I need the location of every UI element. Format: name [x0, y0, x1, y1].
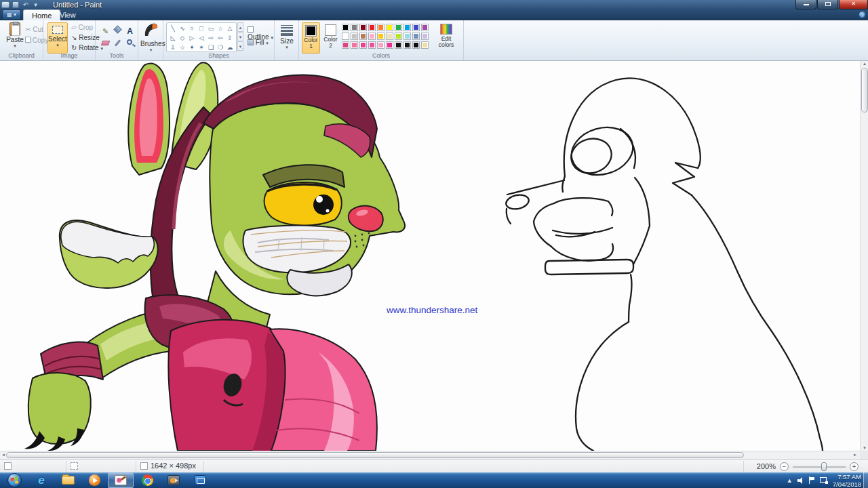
paint-app-icon[interactable]	[1, 1, 9, 8]
start-button[interactable]	[1, 472, 27, 488]
palette-swatch[interactable]	[359, 41, 368, 49]
shape-tool-icon[interactable]: ▷	[187, 33, 197, 43]
taskbar-video-editor[interactable]	[161, 472, 186, 488]
taskbar-paint-active[interactable]	[108, 472, 134, 488]
horizontal-scrollbar[interactable]: ◄ ►	[0, 451, 860, 459]
shape-tool-icon[interactable]: □	[197, 24, 206, 33]
shape-tool-icon[interactable]: ☁	[225, 43, 235, 52]
palette-swatch[interactable]	[341, 23, 350, 32]
palette-swatch[interactable]	[403, 32, 412, 41]
action-center-icon[interactable]	[809, 476, 815, 484]
shape-tool-icon[interactable]: ⇧	[225, 33, 235, 43]
select-button[interactable]: Select ▾	[47, 22, 68, 54]
shape-tool-icon[interactable]: ⌂	[216, 24, 225, 33]
palette-swatch[interactable]	[368, 32, 376, 41]
size-button[interactable]: Size ▾	[277, 24, 296, 56]
shape-tool-icon[interactable]: ❑	[206, 43, 216, 52]
save-icon[interactable]	[12, 1, 19, 8]
palette-swatch[interactable]	[376, 32, 385, 41]
shape-tool-icon[interactable]: ⇨	[206, 33, 216, 43]
palette-swatch[interactable]	[420, 23, 429, 32]
palette-swatch[interactable]	[403, 41, 412, 49]
zoom-slider-thumb[interactable]	[821, 462, 827, 471]
palette-swatch[interactable]	[394, 41, 403, 49]
palette-swatch[interactable]	[368, 23, 376, 32]
horizontal-scroll-thumb[interactable]	[6, 452, 744, 458]
shape-tool-icon[interactable]: ▭	[206, 24, 216, 33]
tray-clock[interactable]: 7:57 AM 7/04/2018	[833, 473, 861, 488]
tray-expand-icon[interactable]: ▲	[787, 477, 793, 484]
brushes-button[interactable]: Brushes ▾	[140, 22, 161, 58]
palette-swatch[interactable]	[420, 32, 429, 41]
shape-tool-icon[interactable]: ◁	[197, 33, 206, 43]
color2-button[interactable]: Color 2	[321, 22, 340, 54]
shape-tool-icon[interactable]: ✦	[187, 43, 197, 52]
scroll-right-icon[interactable]: ►	[853, 453, 857, 457]
shape-tool-icon[interactable]: ◇	[178, 33, 187, 43]
palette-swatch[interactable]	[412, 41, 420, 49]
scroll-up-icon[interactable]: ▲	[861, 62, 868, 66]
color1-button[interactable]: Color 1	[302, 22, 320, 54]
eraser-tool[interactable]	[100, 37, 111, 48]
tab-view[interactable]: View	[52, 9, 84, 20]
zoom-in-button[interactable]: +	[850, 462, 859, 471]
palette-swatch[interactable]	[368, 41, 376, 49]
fill-button[interactable]: Fill ▾	[248, 39, 269, 46]
shapes-scroll-down-icon[interactable]: ▼	[237, 32, 243, 41]
palette-swatch[interactable]	[385, 41, 394, 49]
palette-swatch[interactable]	[385, 23, 394, 32]
shape-tool-icon[interactable]: ○	[187, 24, 197, 33]
palette-swatch[interactable]	[412, 32, 420, 41]
taskbar-windows-explorer[interactable]	[55, 472, 81, 488]
maximize-button[interactable]	[817, 0, 838, 9]
vertical-scroll-thumb[interactable]	[861, 68, 868, 113]
fill-tool[interactable]	[112, 24, 123, 35]
palette-swatch[interactable]	[403, 23, 412, 32]
minimize-button[interactable]	[795, 0, 816, 9]
close-button[interactable]: ✕	[839, 0, 868, 9]
palette-swatch[interactable]	[359, 23, 368, 32]
shape-tool-icon[interactable]: △	[225, 24, 235, 33]
scroll-down-icon[interactable]: ▼	[861, 446, 868, 450]
drawing-canvas[interactable]: www.thundershare.net	[0, 61, 860, 451]
scroll-left-icon[interactable]: ◄	[1, 453, 5, 457]
help-icon[interactable]: ?	[859, 11, 866, 18]
shapes-scroll-up-icon[interactable]: ▲	[237, 22, 243, 32]
file-menu-button[interactable]: ▦ ▾	[2, 9, 21, 20]
taskbar-screen-recorder[interactable]	[187, 472, 213, 488]
palette-swatch[interactable]	[350, 41, 359, 49]
palette-swatch[interactable]	[385, 32, 394, 41]
shapes-overflow-icon[interactable]: ▼̱	[237, 41, 243, 51]
shape-tool-icon[interactable]: ☆	[178, 43, 187, 52]
vertical-scrollbar[interactable]: ▲ ▼	[860, 61, 868, 451]
network-icon[interactable]	[820, 477, 828, 484]
palette-swatch[interactable]	[350, 32, 359, 41]
taskbar-chrome[interactable]	[134, 472, 160, 488]
palette-swatch[interactable]	[394, 23, 403, 32]
shape-tool-icon[interactable]: ✶	[197, 43, 206, 52]
paste-button[interactable]: Paste ▾	[4, 22, 26, 54]
volume-icon[interactable]	[797, 477, 804, 484]
qat-dropdown-icon[interactable]: ▾	[32, 1, 39, 9]
shape-tool-icon[interactable]: ❍	[216, 43, 225, 52]
palette-swatch[interactable]	[341, 41, 350, 49]
zoom-out-button[interactable]: −	[780, 462, 789, 471]
text-tool[interactable]: A	[124, 24, 136, 35]
shape-tool-icon[interactable]: ⇩	[168, 43, 178, 52]
palette-swatch[interactable]	[341, 32, 350, 41]
palette-swatch[interactable]	[394, 32, 403, 41]
shape-tool-icon[interactable]: ⇦	[216, 33, 225, 43]
shape-tool-icon[interactable]: ╲	[168, 24, 178, 33]
cut-button[interactable]: ✂ Cut	[25, 26, 43, 33]
palette-swatch[interactable]	[412, 23, 420, 32]
pencil-tool[interactable]: ✎	[100, 24, 111, 35]
taskbar-media-player[interactable]	[81, 472, 107, 488]
crop-button[interactable]: ▱ Crop	[71, 24, 93, 31]
show-desktop-button[interactable]	[863, 472, 868, 488]
undo-icon[interactable]: ↶	[22, 1, 29, 9]
color-picker-tool[interactable]	[112, 37, 123, 48]
palette-swatch[interactable]	[420, 41, 429, 49]
magnifier-tool[interactable]	[124, 37, 136, 48]
shape-tool-icon[interactable]: ◺	[168, 33, 178, 43]
palette-swatch[interactable]	[376, 23, 385, 32]
